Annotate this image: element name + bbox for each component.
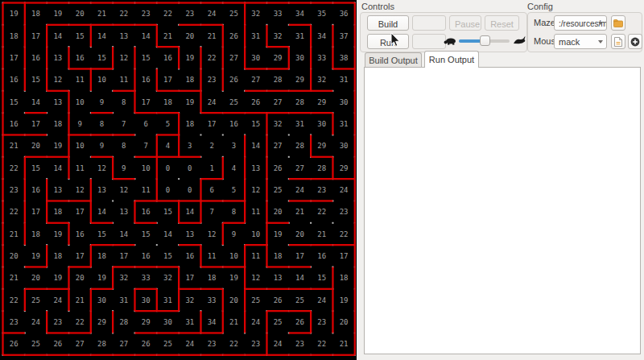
svg-text:12: 12 xyxy=(251,274,260,282)
svg-text:21: 21 xyxy=(97,10,106,18)
svg-text:33: 33 xyxy=(317,54,326,62)
svg-text:11: 11 xyxy=(142,186,151,194)
svg-text:31: 31 xyxy=(295,120,304,128)
svg-text:17: 17 xyxy=(142,98,151,106)
svg-text:30: 30 xyxy=(251,54,260,62)
svg-text:29: 29 xyxy=(340,164,349,172)
reset-button[interactable]: Reset xyxy=(485,15,519,31)
control-panel: Controls Build Pause Reset Run Config Ma… xyxy=(357,0,644,360)
svg-text:23: 23 xyxy=(208,340,217,348)
svg-text:13: 13 xyxy=(53,54,62,62)
svg-text:12: 12 xyxy=(119,186,128,194)
svg-text:26: 26 xyxy=(274,296,283,304)
svg-text:17: 17 xyxy=(76,252,85,260)
svg-text:24: 24 xyxy=(53,296,62,304)
svg-text:10: 10 xyxy=(229,252,238,260)
svg-text:11: 11 xyxy=(76,76,85,84)
svg-text:34: 34 xyxy=(295,10,304,18)
svg-text:19: 19 xyxy=(340,296,349,304)
svg-text:13: 13 xyxy=(97,186,106,194)
svg-text:21: 21 xyxy=(208,32,217,40)
svg-text:25: 25 xyxy=(163,340,172,348)
svg-text:32: 32 xyxy=(163,274,172,282)
svg-text:24: 24 xyxy=(317,296,326,304)
svg-text:15: 15 xyxy=(31,164,40,172)
svg-text:32: 32 xyxy=(119,274,128,282)
svg-text:26: 26 xyxy=(229,32,238,40)
maze-combobox[interactable]: :/resources/ma xyxy=(554,15,607,31)
svg-text:19: 19 xyxy=(274,230,283,238)
svg-text:19: 19 xyxy=(229,274,238,282)
svg-text:9: 9 xyxy=(77,120,81,128)
svg-text:23: 23 xyxy=(53,318,62,326)
build-button[interactable]: Build xyxy=(367,15,409,31)
svg-text:15: 15 xyxy=(163,208,172,216)
svg-text:13: 13 xyxy=(119,208,128,216)
run-count-field[interactable] xyxy=(412,34,446,49)
svg-text:16: 16 xyxy=(10,76,19,84)
build-count-field[interactable] xyxy=(412,15,446,31)
svg-text:9: 9 xyxy=(100,98,104,106)
svg-text:9: 9 xyxy=(100,142,104,150)
svg-text:19: 19 xyxy=(53,230,62,238)
svg-text:12: 12 xyxy=(53,76,62,84)
svg-text:14: 14 xyxy=(53,32,62,40)
svg-text:14: 14 xyxy=(97,208,106,216)
folder-icon xyxy=(613,19,623,27)
svg-text:9: 9 xyxy=(232,230,236,238)
maze-canvas: 1918192021222322232425323334353618171415… xyxy=(0,0,357,360)
plus-circle-icon xyxy=(630,37,640,47)
edit-mouse-button[interactable] xyxy=(611,34,625,49)
svg-text:13: 13 xyxy=(185,230,194,238)
svg-text:30: 30 xyxy=(340,142,349,150)
svg-text:15: 15 xyxy=(10,98,19,106)
svg-text:12: 12 xyxy=(208,230,217,238)
svg-text:20: 20 xyxy=(229,296,238,304)
svg-text:24: 24 xyxy=(31,318,40,326)
svg-text:20: 20 xyxy=(76,274,85,282)
svg-text:20: 20 xyxy=(31,142,40,150)
svg-text:2: 2 xyxy=(209,142,213,150)
browse-maze-button[interactable] xyxy=(611,15,625,31)
mouse-combobox[interactable]: mack xyxy=(554,34,607,49)
svg-text:21: 21 xyxy=(10,230,19,238)
svg-text:11: 11 xyxy=(76,164,85,172)
svg-text:24: 24 xyxy=(251,318,260,326)
tab-run-output[interactable]: Run Output xyxy=(424,51,479,68)
slider-handle[interactable] xyxy=(480,35,490,46)
svg-text:29: 29 xyxy=(97,318,106,326)
svg-text:18: 18 xyxy=(53,120,62,128)
svg-text:32: 32 xyxy=(317,76,326,84)
svg-text:16: 16 xyxy=(163,54,172,62)
svg-text:15: 15 xyxy=(142,54,151,62)
svg-text:25: 25 xyxy=(229,98,238,106)
new-mouse-button[interactable] xyxy=(628,34,642,49)
svg-text:32: 32 xyxy=(185,296,194,304)
svg-text:17: 17 xyxy=(295,252,304,260)
svg-text:31: 31 xyxy=(185,318,194,326)
config-group-title: Config xyxy=(527,2,553,11)
pause-button[interactable]: Pause xyxy=(449,15,481,31)
svg-text:18: 18 xyxy=(208,274,217,282)
svg-text:19: 19 xyxy=(53,274,62,282)
svg-text:17: 17 xyxy=(31,120,40,128)
svg-text:14: 14 xyxy=(295,274,304,282)
run-button[interactable]: Run xyxy=(367,34,409,49)
svg-text:18: 18 xyxy=(53,208,62,216)
tab-build-output[interactable]: Build Output xyxy=(365,52,422,68)
svg-text:12: 12 xyxy=(76,186,85,194)
svg-text:18: 18 xyxy=(185,120,194,128)
speed-slider[interactable] xyxy=(459,35,510,47)
svg-text:11: 11 xyxy=(251,208,260,216)
svg-text:16: 16 xyxy=(76,54,85,62)
svg-text:30: 30 xyxy=(340,98,349,106)
svg-text:17: 17 xyxy=(31,208,40,216)
run-output-pane[interactable] xyxy=(364,67,641,354)
svg-text:8: 8 xyxy=(100,120,104,128)
svg-text:18: 18 xyxy=(53,252,62,260)
svg-text:16: 16 xyxy=(317,252,326,260)
svg-text:34: 34 xyxy=(208,318,217,326)
svg-text:18: 18 xyxy=(10,32,19,40)
svg-text:32: 32 xyxy=(274,32,283,40)
svg-text:33: 33 xyxy=(208,296,217,304)
